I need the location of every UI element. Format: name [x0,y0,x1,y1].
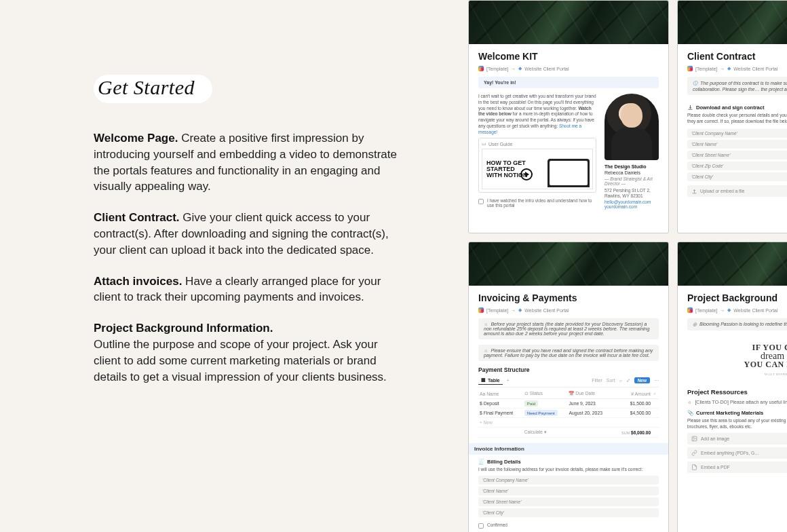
card-invoicing: Invoicing & Payments [Template]→ ◆ Websi… [468,242,669,532]
breadcrumb[interactable]: [Template]→ ◆ Website Client Portal [687,66,787,71]
deposit-note: ☼Before your project starts (the date pr… [478,318,659,339]
preview-grid: Welcome KIT [Template] → ◆ Website Clien… [468,0,787,532]
bulb-icon: ☼ [484,348,488,353]
avatar [604,94,659,160]
download-heading: Download and sign contract [687,104,787,111]
calculate-menu[interactable]: Calculate ▾ [523,428,568,438]
film-icon: ▭ [482,141,486,147]
cover-banner [469,1,668,44]
target-icon: ◎ [693,322,697,326]
workspace-icon [687,307,693,313]
todo-callout: ☼[Clients TO-DO] Please attach any usefu… [687,400,787,404]
diamond-icon: ◆ [727,307,731,313]
upload-file[interactable]: Upload or embed a file [687,185,787,197]
sort-button[interactable]: Sort [607,378,615,383]
checkbox-icon[interactable] [478,523,484,529]
site-link[interactable]: yourdomain.com [604,204,659,209]
materials-note: Please use this area to upload any of yo… [687,418,787,430]
checkbox-icon[interactable] [478,199,484,204]
page-title: Welcome KIT [478,51,659,62]
play-icon [520,168,533,180]
svg-point-1 [693,437,695,438]
watched-checkbox-row[interactable]: I have watched the intro video and under… [478,198,596,208]
card-welcome-kit: Welcome KIT [Template] → ◆ Website Clien… [468,0,669,233]
bulb-icon: ☼ [484,322,488,326]
para-welcome: Welcome Page. Create a positive first im… [94,130,406,195]
bio-block: The Design Studio Rebecca Daniels — Bran… [604,164,659,209]
table-icon: ▦ [481,377,486,383]
resources-heading: Project Ressources [687,388,787,396]
billing-field[interactable]: 'Client City' [478,508,659,517]
heading-pill: Get Started [94,75,212,103]
field-city[interactable]: 'Client City' [687,172,787,181]
new-row-button[interactable]: + New [478,418,523,428]
expand-icon[interactable]: ⤢ [626,378,630,383]
field-street[interactable]: 'Client Street Name' [687,151,787,159]
filter-button[interactable]: Filter [592,378,602,383]
page-title: Invoicing & Payments [478,292,659,303]
billing-heading: 🧾Billing Details [478,459,659,465]
workspace-icon [478,66,484,71]
field-name[interactable]: 'Client Name' [687,140,787,149]
para-contract: Client Contract. Give your client quick … [94,210,406,258]
payments-table: Aa Name ⊙ Status 📅 Due Date # Amount + $… [478,389,659,438]
para-invoices: Attach invoices. Have a clearly arranged… [94,273,406,306]
para-background: Project Background Information. Outline … [94,320,406,385]
diamond-icon: ◆ [518,66,522,71]
payment-structure-heading: Payment Structure [478,366,659,373]
search-icon[interactable]: ⌕ [619,378,622,383]
invoice-info-heading: Invoice Information [469,443,668,455]
email-link[interactable]: hello@yourdomain.com [604,200,659,204]
billing-field[interactable]: 'Client Company Name' [478,476,659,484]
pdf-icon [691,464,697,470]
page-title: Project Background [687,292,787,303]
more-icon[interactable]: ⋯ [654,378,659,383]
purpose-callout: ⓘThe purpose of this contract is to make… [687,77,787,95]
contract-note: ☼Please ensure that you have read and si… [478,345,659,361]
intro-text: I can't wait to get creative with you an… [478,94,596,135]
add-view-button[interactable]: + [507,378,510,383]
breadcrumb[interactable]: [Template]→ ◆ Website Client Portal [478,307,659,313]
db-tabs: ▦Table + Filter Sort ⌕ ⤢ New ⋯ [478,376,659,387]
body-text: Welcome Page. Create a positive first im… [94,130,434,385]
field-company[interactable]: 'Client Company Name' [687,129,787,138]
page-title: Client Contract [687,51,787,62]
video-embed[interactable]: ▭User Guide HOW TO GETSTARTEDWITH NOTION [478,138,596,193]
new-button[interactable]: New [634,377,650,383]
upload-icon [691,188,697,194]
status-badge: Paid [524,400,538,406]
paperclip-icon: 📎 [687,410,693,416]
billing-field[interactable]: 'Client Name' [478,487,659,495]
heading: Get Started [98,76,195,98]
image-icon [691,436,697,442]
confirmed-checkbox[interactable]: Confirmed [478,522,659,529]
copy-column: Get Started Welcome Page. Create a posit… [0,0,468,532]
tab-table[interactable]: ▦Table [478,376,503,385]
diamond-icon: ◆ [518,307,522,313]
cover-banner [678,242,787,286]
table-row[interactable]: $ Final Payment Need Payment August 20, … [478,408,659,418]
billing-field[interactable]: 'Client Street Name' [478,497,659,506]
download-icon [687,104,693,111]
embed-anything-button[interactable]: Embed anything (PDFs, G… [687,447,787,459]
quote-block: IF YOU CAN dream it, YOU CAN DO IT WALT … [687,336,787,383]
breadcrumb[interactable]: [Template]→ ◆ Website Client Portal [687,307,787,313]
workspace-icon [687,66,693,71]
status-badge: Need Payment [524,410,558,416]
embed-icon [691,450,697,456]
bulb-icon: ☼ [687,400,691,404]
info-icon: ⓘ [693,81,697,86]
download-instructions: Please double check your personal detail… [687,113,787,125]
laptop-graphic [548,159,590,187]
lead-callout: ◎Blooming Passion is looking to redefine… [687,318,787,330]
card-project-background: Project Background [Template]→ ◆ Website… [677,242,787,532]
add-image-button[interactable]: Add an image [687,433,787,444]
field-zip[interactable]: 'Client Zip Code' [687,162,787,170]
card-client-contract: Client Contract [Template]→ ◆ Website Cl… [677,0,787,233]
materials-heading: 📎Current Marketing Materials [687,410,787,416]
diamond-icon: ◆ [727,66,731,71]
doc-icon: 🧾 [478,459,484,465]
table-row[interactable]: $ Deposit Paid June 9, 2023 $1,500.00 [478,399,659,408]
embed-pdf-button[interactable]: Embed a PDF [687,461,787,473]
breadcrumb[interactable]: [Template] → ◆ Website Client Portal [478,66,659,71]
